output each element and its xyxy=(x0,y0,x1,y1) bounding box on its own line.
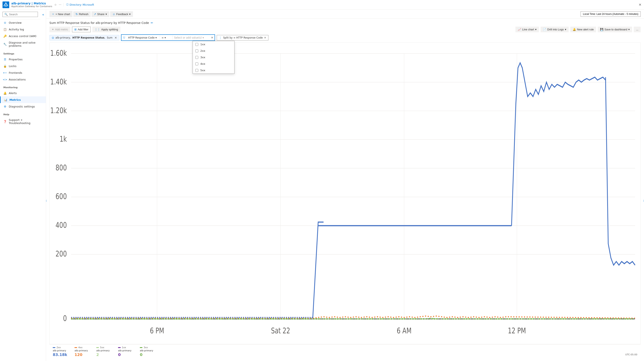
main-content: ＋ + New chart ↻ Refresh ↗ Share ▾ ☺ Feed… xyxy=(46,10,644,361)
sidebar-item-locks[interactable]: 🔒 Locks xyxy=(0,63,46,69)
legend-value-5xx: 2 xyxy=(96,352,113,357)
share-button[interactable]: ↗ Share ▾ xyxy=(92,11,109,17)
legend-swatch-2xx xyxy=(53,347,55,348)
legend-name-5xx: alb-primary xyxy=(96,349,113,352)
alert-rule-icon: 🔔 xyxy=(572,28,576,31)
checkbox-3xx[interactable] xyxy=(195,56,198,59)
legend-code-2xx: 2xx xyxy=(56,346,61,349)
utc-label: UTC-05:00 xyxy=(625,353,637,357)
svg-text:6 PM: 6 PM xyxy=(150,326,164,335)
checkbox-5xx[interactable] xyxy=(195,69,198,72)
dropdown-item-4xx[interactable]: 4xx xyxy=(193,61,234,67)
sidebar-item-metrics[interactable]: 📊 Metrics xyxy=(0,96,46,103)
svg-text:0: 0 xyxy=(63,314,67,323)
title-bar: alb-primary | Metrics Application Gatewa… xyxy=(0,0,644,10)
chart-svg: 1.60k 1.40k 1.20k 1k 800 600 400 200 0 xyxy=(50,43,640,344)
split-chip-remove[interactable]: ✕ xyxy=(264,36,266,39)
locks-icon: 🔒 xyxy=(3,64,7,68)
legend-swatch-4xx xyxy=(74,347,77,348)
filter-bar: ⊙ alb-primary, HTTP Response Status, Sum… xyxy=(50,34,641,41)
filter-op-chevron: ▾ xyxy=(164,36,166,39)
metric-chip[interactable]: ⊙ alb-primary, HTTP Response Status, Sum… xyxy=(50,35,119,41)
chart-nav-left[interactable]: ‹ xyxy=(46,198,47,203)
feedback-button[interactable]: ☺ Feedback ▾ xyxy=(110,11,133,17)
filter-operator-select[interactable]: = ▾ xyxy=(160,36,172,40)
sidebar-label-alerts: Alerts xyxy=(9,92,17,95)
plus-icon: ＋ xyxy=(52,12,54,16)
chart-nav-right[interactable]: › xyxy=(643,198,644,203)
legend-label-1xx: 1xx xyxy=(118,346,135,349)
chevron-left-icon: « xyxy=(42,13,44,17)
legend-item-4xx: 4xx alb-primary 120 xyxy=(74,346,91,357)
close-button[interactable]: ✕ xyxy=(639,3,642,7)
split-by-chip[interactable]: ⋮ Split by = HTTP Response Code ✕ xyxy=(217,35,268,41)
sidebar-item-frontends[interactable]: ⟵ Frontends xyxy=(0,69,46,76)
dropdown-item-5xx[interactable]: 5xx xyxy=(193,67,234,74)
settings-section-label: Settings xyxy=(0,49,46,56)
sidebar-item-diagnostic-settings[interactable]: ⚙ Diagnostic settings xyxy=(0,103,46,110)
legend-swatch-1xx xyxy=(118,347,120,348)
checkbox-4xx[interactable] xyxy=(195,63,198,65)
legend-code-1xx: 1xx xyxy=(122,346,126,349)
sidebar-item-associations[interactable]: <> Associations xyxy=(0,76,46,83)
checkbox-1xx[interactable] xyxy=(195,43,198,46)
collapse-sidebar-button[interactable]: « xyxy=(40,11,46,19)
legend-item-3xx: 3xx alb-primary 0 xyxy=(140,346,156,357)
line-chart-chevron: ▾ xyxy=(535,28,536,31)
dropdown-item-1xx[interactable]: 1xx xyxy=(193,41,234,48)
search-input-wrap[interactable]: 🔍 xyxy=(2,12,38,17)
add-metric-button[interactable]: ✦ Add metric xyxy=(50,27,70,32)
sidebar-item-diagnose[interactable]: 🔧 Diagnose and solve problems xyxy=(0,39,46,49)
drill-logs-icon: 📄 xyxy=(543,28,546,31)
time-range-selector[interactable]: Local Time: Last 24 hours (Automatic - 5… xyxy=(580,11,641,17)
metric-name: HTTP Response Status xyxy=(72,36,104,39)
legend-name-3xx: alb-primary xyxy=(140,349,156,352)
value-1xx: 1xx xyxy=(200,43,206,46)
new-alert-rule-button[interactable]: 🔔 New alert rule xyxy=(570,27,596,32)
dropdown-item-3xx[interactable]: 3xx xyxy=(193,54,234,61)
search-input[interactable] xyxy=(9,13,36,16)
metrics-icon: 📊 xyxy=(4,98,7,101)
sidebar-item-activity-log[interactable]: 📋 Activity log xyxy=(0,26,46,33)
save-dashboard-button[interactable]: 💾 Save to dashboard ▾ xyxy=(598,27,632,32)
sidebar-item-access-control[interactable]: 🔑 Access control (IAM) xyxy=(0,33,46,39)
legend-value-3xx: 0 xyxy=(140,352,156,357)
sidebar-label-activity-log: Activity log xyxy=(9,28,24,31)
feedback-chevron-icon: ▾ xyxy=(129,13,131,16)
legend-value-1xx: 0 xyxy=(118,352,135,357)
more-options-button[interactable]: ... xyxy=(634,27,641,32)
properties-icon: ☰ xyxy=(3,58,7,61)
new-chart-button[interactable]: ＋ + New chart xyxy=(50,11,72,17)
drill-logs-button[interactable]: 📄 Drill into Logs ▾ xyxy=(540,27,569,32)
line-chart-button[interactable]: 📈 Line chart ▾ xyxy=(516,27,539,32)
refresh-icon: ↻ xyxy=(76,13,78,16)
main-layout: 🔍 « ⊙ Overview 📋 Activity log 🔑 Access c… xyxy=(0,10,644,361)
apply-splitting-button[interactable]: ⋮⋮ Apply splitting xyxy=(92,27,120,32)
sidebar-item-support[interactable]: ❓ Support + Troubleshooting xyxy=(0,117,46,126)
feedback-label: Feedback xyxy=(116,13,128,16)
refresh-button[interactable]: ↻ Refresh xyxy=(73,11,91,17)
filter-values-select[interactable]: Select or add value(s) ▾ xyxy=(172,36,210,40)
more-icon[interactable]: ··· xyxy=(59,3,61,6)
svg-text:400: 400 xyxy=(56,220,67,230)
legend-item-1xx: 1xx alb-primary 0 xyxy=(118,346,135,357)
sidebar-item-properties[interactable]: ☰ Properties xyxy=(0,56,46,63)
filter-remove-button[interactable]: ✕ xyxy=(210,35,214,40)
save-icon: 💾 xyxy=(600,28,604,31)
app-subtitle: Application Gateway for Containers xyxy=(11,5,52,8)
metric-chip-remove[interactable]: ✕ xyxy=(114,36,117,39)
star-icon[interactable]: ☆ xyxy=(54,3,57,6)
add-filter-button[interactable]: ⊞ Add filter xyxy=(72,27,91,32)
filter-icon: ⊞ xyxy=(74,28,77,31)
checkbox-2xx[interactable] xyxy=(195,50,198,52)
legend-label-4xx: 4xx xyxy=(74,346,91,349)
sidebar-item-alerts[interactable]: 🔔 Alerts xyxy=(0,90,46,96)
sidebar-label-support: Support + Troubleshooting xyxy=(9,118,42,125)
title-left: alb-primary | Metrics Application Gatewa… xyxy=(2,2,94,8)
filter-property-select[interactable]: HTTP Response Code ▾ xyxy=(126,36,160,40)
legend-code-5xx: 5xx xyxy=(100,346,104,349)
activity-log-icon: 📋 xyxy=(3,28,7,31)
sidebar-item-overview[interactable]: ⊙ Overview xyxy=(0,19,46,26)
edit-title-icon[interactable]: ✏ xyxy=(151,21,153,25)
dropdown-item-2xx[interactable]: 2xx xyxy=(193,48,234,54)
